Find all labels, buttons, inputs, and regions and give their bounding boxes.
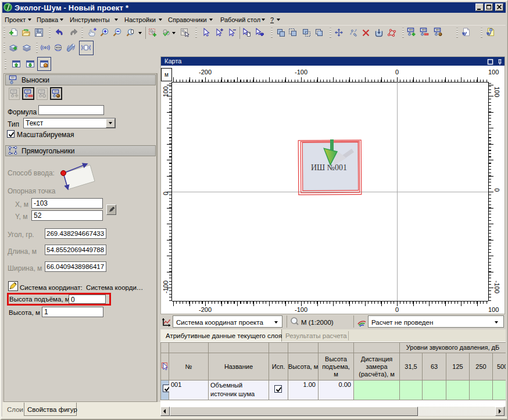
svg-text:ИШ №001: ИШ №001 bbox=[311, 163, 347, 172]
